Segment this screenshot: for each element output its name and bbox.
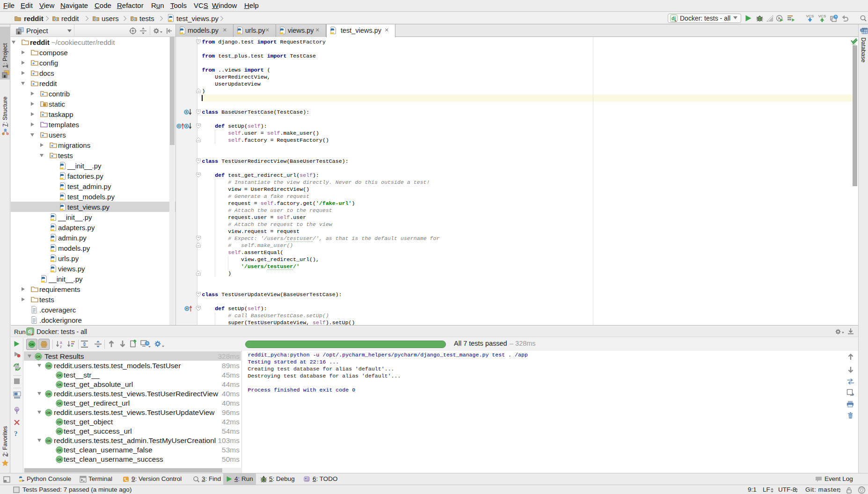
- svg-text:z: z: [60, 344, 62, 349]
- svg-text:OK: OK: [46, 411, 51, 414]
- svg-text:OK: OK: [57, 421, 62, 424]
- svg-text:OK: OK: [57, 383, 62, 386]
- svg-text:dj: dj: [28, 329, 32, 334]
- svg-text:VCS: VCS: [818, 14, 826, 18]
- svg-text:OK: OK: [46, 364, 51, 368]
- svg-text:OK: OK: [36, 355, 41, 358]
- svg-text:OK: OK: [46, 439, 51, 443]
- svg-text:OK: OK: [46, 392, 51, 396]
- svg-text:OK: OK: [57, 402, 62, 405]
- svg-text:OK: OK: [57, 449, 62, 452]
- svg-text:OK: OK: [57, 458, 62, 461]
- svg-text:OK: OK: [29, 343, 35, 346]
- svg-text:OK: OK: [57, 374, 62, 377]
- svg-text:dj: dj: [671, 16, 676, 21]
- svg-text:VCS: VCS: [806, 14, 814, 18]
- svg-text:OK: OK: [57, 430, 62, 433]
